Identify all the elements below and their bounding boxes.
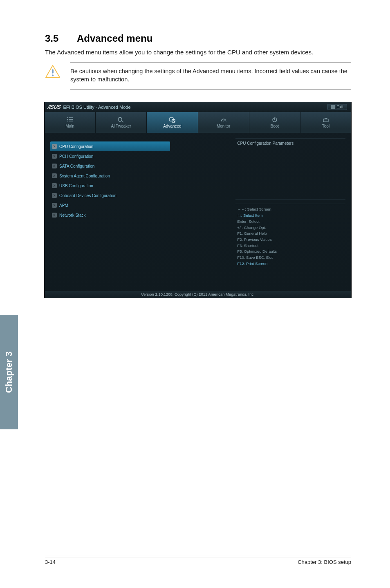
chapter-label: Chapter 3: BIOS setup [298, 559, 351, 565]
chevron-right-icon: > [52, 193, 57, 198]
menu-label: APM [59, 203, 68, 208]
chevron-right-icon: > [52, 203, 57, 208]
bios-footer: Version 2.10.1208. Copyright (C) 2011 Am… [45, 291, 351, 298]
help-line: →←: Select Screen [237, 206, 344, 213]
toolbox-icon [322, 117, 329, 123]
help-line: F5: Optimized Defaults [237, 249, 344, 255]
menu-item-apm[interactable]: > APM [50, 200, 231, 210]
gauge-icon [220, 117, 227, 123]
help-line: F10: Save ESC: Exit [237, 255, 344, 261]
menu-item-pch-configuration[interactable]: > PCH Configuration [50, 151, 231, 161]
warning-icon [45, 73, 61, 80]
svg-point-4 [174, 121, 175, 122]
svg-rect-0 [52, 70, 54, 74]
menu-item-sata-configuration[interactable]: > SATA Configuration [50, 161, 231, 171]
exit-label: Exit [336, 105, 343, 109]
section-heading: 3.5Advanced menu [45, 33, 351, 44]
chevron-right-icon: > [52, 173, 57, 178]
intro-paragraph: The Advanced menu items allow you to cha… [45, 48, 351, 56]
bios-title-text: EFI BIOS Utility - Advanced Mode [63, 105, 130, 110]
page-footer: 3-14 Chapter 3: BIOS setup [45, 557, 351, 565]
tab-monitor[interactable]: Monitor [198, 112, 249, 133]
power-icon [271, 117, 278, 123]
tab-label: Boot [270, 124, 279, 128]
chip-icon [168, 117, 176, 123]
help-line: +/-: Change Opt. [237, 225, 344, 231]
menu-label: SATA Configuration [59, 164, 94, 168]
exit-button[interactable]: Exit [327, 104, 347, 110]
chapter-side-tab: Chapter 3 [0, 315, 18, 429]
menu-label: Onboard Devices Configuration [59, 193, 117, 198]
tab-tool[interactable]: Tool [300, 112, 351, 133]
asus-logo: /ISUS [47, 104, 61, 110]
menu-label: System Agent Configuration [59, 174, 110, 178]
bios-screenshot: /ISUS EFI BIOS Utility - Advanced Mode E… [44, 102, 352, 298]
section-title: Advanced menu [77, 33, 152, 44]
tab-boot[interactable]: Boot [249, 112, 300, 133]
chevron-right-icon: > [52, 213, 57, 218]
section-number: 3.5 [45, 33, 77, 44]
help-line: F12: Print Screen [237, 261, 344, 267]
menu-label: Network Stack [59, 213, 85, 218]
svg-point-1 [52, 75, 54, 76]
chevron-right-icon: > [52, 154, 57, 159]
info-description: CPU Configuration Parameters [235, 138, 345, 200]
warning-callout: Be cautious when changing the settings o… [45, 62, 351, 90]
tab-label: Tool [322, 124, 329, 128]
help-keys: →←: Select Screen ↑↓: Select Item Enter:… [235, 204, 345, 269]
svg-rect-6 [323, 119, 328, 122]
info-title: CPU Configuration Parameters [237, 141, 294, 146]
tab-ai-tweaker[interactable]: Ai Tweaker [96, 112, 147, 133]
menu-label: CPU Configuration [59, 144, 93, 149]
menu-label: PCH Configuration [59, 154, 93, 159]
warning-text: Be cautious when changing the settings o… [70, 62, 351, 90]
mouse-icon [117, 117, 125, 123]
menu-item-onboard-devices-configuration[interactable]: > Onboard Devices Configuration [50, 191, 231, 200]
help-line: F2: Previous Values [237, 237, 344, 243]
help-line: F1: General Help [237, 231, 344, 237]
help-line: Enter: Select [237, 219, 344, 225]
menu-label: USB Configuration [59, 184, 93, 188]
page-number: 3-14 [45, 559, 56, 565]
menu-item-network-stack[interactable]: > Network Stack [50, 210, 231, 220]
tab-label: Main [65, 124, 74, 128]
chevron-right-icon: > [52, 183, 57, 188]
help-line: ↑↓: Select Item [237, 213, 344, 219]
info-panel: CPU Configuration Parameters →←: Select … [235, 138, 345, 289]
bios-titlebar: /ISUS EFI BIOS Utility - Advanced Mode E… [45, 102, 351, 112]
bios-nav: Main Ai Tweaker Advanced Monitor Boot To… [45, 112, 351, 133]
exit-icon [331, 105, 335, 109]
help-line: F3: Shortcut [237, 243, 344, 249]
menu-item-cpu-configuration[interactable]: > CPU Configuration [50, 141, 170, 151]
tab-label: Monitor [217, 124, 230, 128]
menu-panel: > CPU Configuration > PCH Configuration … [50, 138, 231, 289]
tab-label: Advanced [163, 124, 181, 128]
menu-item-system-agent-configuration[interactable]: > System Agent Configuration [50, 171, 231, 181]
list-icon [66, 117, 74, 123]
tab-label: Ai Tweaker [111, 124, 131, 128]
chevron-right-icon: > [52, 144, 57, 149]
menu-item-usb-configuration[interactable]: > USB Configuration [50, 181, 231, 191]
tab-main[interactable]: Main [45, 112, 96, 133]
tab-advanced[interactable]: Advanced [147, 112, 198, 133]
chevron-right-icon: > [52, 164, 57, 168]
